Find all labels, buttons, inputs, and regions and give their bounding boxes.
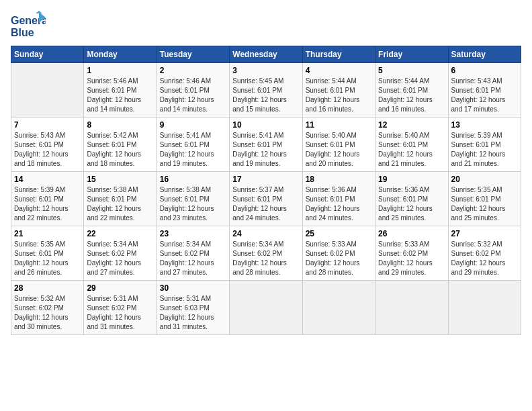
calendar-cell: 15Sunrise: 5:38 AMSunset: 6:01 PMDayligh… — [84, 172, 157, 226]
logo: General Blue — [11, 11, 46, 40]
sunset-text: Sunset: 6:02 PM — [451, 249, 518, 259]
calendar-cell: 20Sunrise: 5:35 AMSunset: 6:01 PMDayligh… — [448, 172, 521, 226]
calendar-week-4: 21Sunrise: 5:35 AMSunset: 6:01 PMDayligh… — [11, 226, 521, 281]
day-info: Sunrise: 5:39 AMSunset: 6:01 PMDaylight:… — [451, 131, 518, 169]
day-info: Sunrise: 5:35 AMSunset: 6:01 PMDaylight:… — [451, 185, 518, 223]
sunrise-text: Sunrise: 5:43 AM — [451, 77, 518, 86]
day-info: Sunrise: 5:40 AMSunset: 6:01 PMDaylight:… — [378, 131, 445, 169]
day-info: Sunrise: 5:42 AMSunset: 6:01 PMDaylight:… — [87, 131, 153, 169]
day-info: Sunrise: 5:40 AMSunset: 6:01 PMDaylight:… — [306, 131, 372, 169]
sunset-text: Sunset: 6:02 PM — [378, 249, 445, 259]
calendar-cell: 13Sunrise: 5:39 AMSunset: 6:01 PMDayligh… — [448, 118, 521, 172]
sunrise-text: Sunrise: 5:31 AM — [160, 294, 226, 304]
calendar-cell: 21Sunrise: 5:35 AMSunset: 6:01 PMDayligh… — [11, 226, 84, 281]
calendar-cell: 29Sunrise: 5:31 AMSunset: 6:02 PMDayligh… — [84, 281, 157, 335]
sunset-text: Sunset: 6:01 PM — [232, 140, 299, 150]
day-info: Sunrise: 5:46 AMSunset: 6:01 PMDaylight:… — [160, 77, 226, 114]
daylight-text: Daylight: 12 hours and 22 minutes. — [14, 204, 81, 223]
day-number: 24 — [232, 229, 299, 238]
sunrise-text: Sunrise: 5:33 AM — [306, 240, 372, 249]
sunrise-text: Sunrise: 5:33 AM — [378, 240, 445, 249]
day-number: 2 — [160, 66, 226, 75]
column-header-friday: Friday — [375, 46, 448, 63]
sunrise-text: Sunrise: 5:32 AM — [451, 240, 518, 249]
sunset-text: Sunset: 6:01 PM — [378, 140, 445, 150]
calendar-week-1: 1Sunrise: 5:46 AMSunset: 6:01 PMDaylight… — [11, 63, 521, 118]
day-number: 14 — [14, 175, 81, 184]
day-number: 18 — [306, 175, 372, 184]
day-number: 7 — [14, 120, 81, 130]
calendar-body: 1Sunrise: 5:46 AMSunset: 6:01 PMDaylight… — [11, 63, 521, 335]
sunrise-text: Sunrise: 5:34 AM — [232, 240, 299, 249]
calendar-cell: 28Sunrise: 5:32 AMSunset: 6:02 PMDayligh… — [11, 281, 84, 335]
sunset-text: Sunset: 6:01 PM — [87, 195, 153, 204]
calendar-cell: 7Sunrise: 5:43 AMSunset: 6:01 PMDaylight… — [11, 118, 84, 172]
sunrise-text: Sunrise: 5:36 AM — [378, 185, 445, 195]
sunrise-text: Sunrise: 5:38 AM — [87, 185, 153, 195]
daylight-text: Daylight: 12 hours and 28 minutes. — [232, 259, 299, 277]
daylight-text: Daylight: 12 hours and 27 minutes. — [87, 259, 153, 277]
sunset-text: Sunset: 6:01 PM — [87, 86, 153, 95]
calendar-cell — [375, 281, 448, 335]
sunrise-text: Sunrise: 5:35 AM — [451, 185, 518, 195]
daylight-text: Daylight: 12 hours and 31 minutes. — [87, 313, 153, 332]
calendar-cell: 3Sunrise: 5:45 AMSunset: 6:01 PMDaylight… — [230, 63, 302, 118]
day-number: 26 — [378, 229, 445, 238]
day-info: Sunrise: 5:43 AMSunset: 6:01 PMDaylight:… — [451, 77, 518, 114]
sunset-text: Sunset: 6:02 PM — [232, 249, 299, 259]
sunset-text: Sunset: 6:01 PM — [378, 86, 445, 95]
day-number: 5 — [378, 66, 445, 75]
calendar-cell: 11Sunrise: 5:40 AMSunset: 6:01 PMDayligh… — [302, 118, 375, 172]
svg-text:Blue: Blue — [11, 27, 34, 38]
sunset-text: Sunset: 6:02 PM — [87, 304, 153, 313]
column-header-saturday: Saturday — [448, 46, 521, 63]
daylight-text: Daylight: 12 hours and 26 minutes. — [14, 259, 81, 277]
calendar-header-row: SundayMondayTuesdayWednesdayThursdayFrid… — [11, 46, 521, 63]
day-info: Sunrise: 5:44 AMSunset: 6:01 PMDaylight:… — [378, 77, 445, 114]
daylight-text: Daylight: 12 hours and 21 minutes. — [378, 150, 445, 169]
calendar-cell: 1Sunrise: 5:46 AMSunset: 6:01 PMDaylight… — [84, 63, 157, 118]
day-number: 3 — [232, 66, 299, 75]
day-info: Sunrise: 5:34 AMSunset: 6:02 PMDaylight:… — [232, 240, 299, 277]
sunset-text: Sunset: 6:01 PM — [160, 140, 226, 150]
logo-svg: General Blue — [11, 11, 46, 40]
sunset-text: Sunset: 6:01 PM — [306, 195, 372, 204]
calendar-cell: 26Sunrise: 5:33 AMSunset: 6:02 PMDayligh… — [375, 226, 448, 281]
sunset-text: Sunset: 6:01 PM — [378, 195, 445, 204]
day-number: 22 — [87, 229, 153, 238]
sunset-text: Sunset: 6:01 PM — [14, 249, 81, 259]
day-number: 4 — [306, 66, 372, 75]
day-number: 28 — [14, 283, 81, 293]
sunrise-text: Sunrise: 5:41 AM — [232, 131, 299, 140]
daylight-text: Daylight: 12 hours and 29 minutes. — [378, 259, 445, 277]
day-info: Sunrise: 5:43 AMSunset: 6:01 PMDaylight:… — [14, 131, 81, 169]
sunset-text: Sunset: 6:01 PM — [160, 86, 226, 95]
daylight-text: Daylight: 12 hours and 21 minutes. — [451, 150, 518, 169]
column-header-tuesday: Tuesday — [157, 46, 229, 63]
day-info: Sunrise: 5:41 AMSunset: 6:01 PMDaylight:… — [160, 131, 226, 169]
calendar-cell: 30Sunrise: 5:31 AMSunset: 6:03 PMDayligh… — [157, 281, 229, 335]
calendar-cell: 22Sunrise: 5:34 AMSunset: 6:02 PMDayligh… — [84, 226, 157, 281]
daylight-text: Daylight: 12 hours and 25 minutes. — [451, 204, 518, 223]
day-info: Sunrise: 5:35 AMSunset: 6:01 PMDaylight:… — [14, 240, 81, 277]
daylight-text: Daylight: 12 hours and 19 minutes. — [160, 150, 226, 169]
calendar-cell: 4Sunrise: 5:44 AMSunset: 6:01 PMDaylight… — [302, 63, 375, 118]
calendar-cell — [230, 281, 302, 335]
calendar-week-2: 7Sunrise: 5:43 AMSunset: 6:01 PMDaylight… — [11, 118, 521, 172]
sunset-text: Sunset: 6:01 PM — [232, 86, 299, 95]
day-number: 6 — [451, 66, 518, 75]
sunset-text: Sunset: 6:01 PM — [160, 195, 226, 204]
day-info: Sunrise: 5:33 AMSunset: 6:02 PMDaylight:… — [378, 240, 445, 277]
calendar-cell: 5Sunrise: 5:44 AMSunset: 6:01 PMDaylight… — [375, 63, 448, 118]
daylight-text: Daylight: 12 hours and 17 minutes. — [451, 95, 518, 114]
sunset-text: Sunset: 6:01 PM — [306, 140, 372, 150]
daylight-text: Daylight: 12 hours and 20 minutes. — [306, 150, 372, 169]
day-info: Sunrise: 5:45 AMSunset: 6:01 PMDaylight:… — [232, 77, 299, 114]
daylight-text: Daylight: 12 hours and 18 minutes. — [87, 150, 153, 169]
day-number: 30 — [160, 283, 226, 293]
sunrise-text: Sunrise: 5:46 AM — [160, 77, 226, 86]
day-number: 10 — [232, 120, 299, 130]
day-info: Sunrise: 5:46 AMSunset: 6:01 PMDaylight:… — [87, 77, 153, 114]
sunrise-text: Sunrise: 5:39 AM — [451, 131, 518, 140]
day-number: 1 — [87, 66, 153, 75]
